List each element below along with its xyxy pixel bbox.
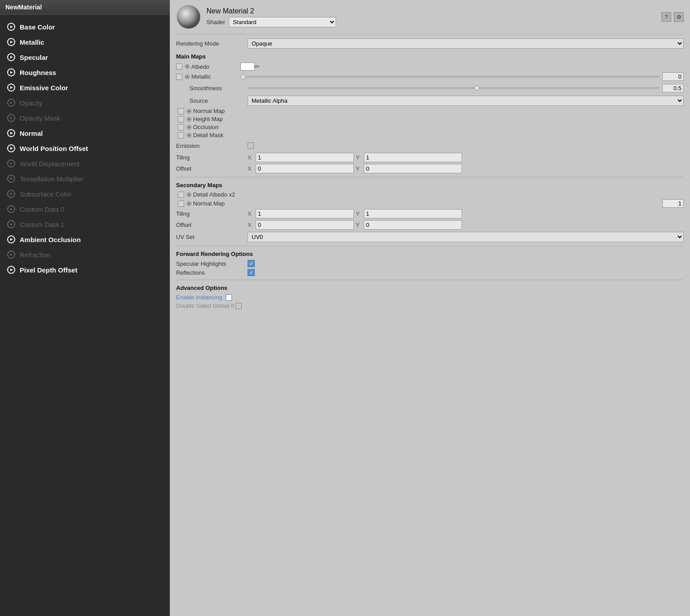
smoothness-label: Smoothness xyxy=(176,85,248,92)
tiling-xy-fields: X Y xyxy=(248,153,684,162)
sidebar-item-refraction: Refraction xyxy=(0,247,170,262)
detail-albedo-icon xyxy=(187,193,191,197)
detail-albedo-row: Detail Albedo x2 xyxy=(176,191,684,198)
help-icon-button[interactable]: ? xyxy=(661,12,671,22)
node-circle-opacity-mask xyxy=(7,114,15,122)
sec-offset-label: Offset xyxy=(176,222,248,228)
emission-checkbox[interactable] xyxy=(248,142,254,149)
offset-label: Offset xyxy=(176,165,248,172)
tiling-x-input[interactable] xyxy=(256,153,354,162)
occlusion-checkbox[interactable] xyxy=(178,124,184,130)
specular-highlights-checkbox[interactable]: ✓ xyxy=(248,260,255,267)
sidebar-item-world-position-offset[interactable]: World Position Offset xyxy=(0,141,170,156)
sidebar-item-emissive-color[interactable]: Emissive Color xyxy=(0,80,170,95)
sidebar-item-base-color[interactable]: Base Color xyxy=(0,19,170,34)
left-panel: NewMaterial Base ColorMetallicSpecularRo… xyxy=(0,0,170,616)
detail-albedo-checkbox[interactable] xyxy=(178,192,184,198)
metallic-slider-container xyxy=(240,72,684,81)
source-control: Metallic Alpha xyxy=(248,96,684,106)
node-circle-subsurface-color xyxy=(7,190,15,198)
metallic-checkbox[interactable] xyxy=(176,74,182,80)
sidebar-item-pixel-depth-offset[interactable]: Pixel Depth Offset xyxy=(0,262,170,277)
sidebar-item-label-subsurface-color: Subsurface Color xyxy=(20,190,72,198)
sidebar-item-label-world-position-offset: World Position Offset xyxy=(20,145,88,152)
sidebar-item-ambient-occlusion[interactable]: Ambient Occlusion xyxy=(0,232,170,247)
sec-normal-map-icon xyxy=(187,201,191,206)
sidebar-item-tessellation-multiplier: Tessellation Multiplier xyxy=(0,171,170,186)
normal-map-checkbox[interactable] xyxy=(178,108,184,114)
sec-offset-y-input[interactable] xyxy=(364,220,462,230)
sidebar-item-specular[interactable]: Specular xyxy=(0,50,170,65)
height-map-icon xyxy=(187,117,191,122)
rendering-mode-select[interactable]: Opaque xyxy=(248,38,684,49)
normal-map-icon xyxy=(187,109,191,113)
sec-normal-map-row: Normal Map xyxy=(176,199,684,208)
sec-offset-x-input[interactable] xyxy=(256,220,354,230)
occlusion-map-icon xyxy=(187,125,191,130)
tiling-y-input[interactable] xyxy=(364,153,462,162)
material-sphere-preview xyxy=(176,4,201,29)
shader-select[interactable]: Standard xyxy=(229,17,336,27)
node-circle-roughness xyxy=(7,68,15,76)
right-panel: New Material 2 Shader Standard ? ⚙ Rende… xyxy=(170,0,690,616)
metallic-row: Metallic xyxy=(176,72,684,81)
sidebar-item-label-tessellation-multiplier: Tessellation Multiplier xyxy=(20,175,84,183)
offset-y-label: Y xyxy=(356,165,362,172)
sidebar-item-label-custom-data-0: Custom Data 0 xyxy=(20,205,64,213)
normal-map-label: Normal Map xyxy=(193,108,225,114)
sidebar-item-metallic[interactable]: Metallic xyxy=(0,34,170,50)
sidebar-item-label-specular: Specular xyxy=(20,54,48,61)
smoothness-value-input[interactable] xyxy=(662,84,684,92)
sidebar-item-label-world-displacement: World Displacement xyxy=(20,160,80,168)
double-sided-checkbox[interactable] xyxy=(236,303,242,309)
uv-set-select[interactable]: UV0 xyxy=(248,232,684,242)
sidebar-item-label-refraction: Refraction xyxy=(20,251,50,259)
albedo-color-swatch[interactable] xyxy=(240,63,255,71)
sec-tiling-y-input[interactable] xyxy=(364,209,462,218)
panel-header: NewMaterial xyxy=(0,0,170,15)
metallic-slider-thumb[interactable] xyxy=(240,74,246,80)
double-sided-label: Double Sided Global Il xyxy=(176,302,234,309)
eyedropper-icon[interactable]: ✏ xyxy=(255,63,260,70)
divider2 xyxy=(176,177,684,177)
sec-tiling-x-input[interactable] xyxy=(256,209,354,218)
enable-instancing-label[interactable]: Enable Instancing xyxy=(176,294,222,301)
sidebar-item-subsurface-color: Subsurface Color xyxy=(0,186,170,201)
emission-row: Emission xyxy=(176,140,684,151)
smoothness-slider-track[interactable] xyxy=(248,87,660,89)
sec-offset-row: Offset X Y xyxy=(176,220,684,230)
albedo-checkbox[interactable] xyxy=(176,63,182,70)
source-select[interactable]: Metallic Alpha xyxy=(248,96,684,106)
secondary-maps-title: Secondary Maps xyxy=(176,182,684,189)
node-circle-world-displacement xyxy=(7,159,15,168)
tiling-label: Tiling xyxy=(176,154,248,161)
sec-normal-map-label: Normal Map xyxy=(193,200,225,207)
settings-icon-button[interactable]: ⚙ xyxy=(674,12,684,22)
sec-tiling-row: Tiling X Y xyxy=(176,209,684,218)
detail-mask-checkbox[interactable] xyxy=(178,132,184,138)
height-map-checkbox[interactable] xyxy=(178,116,184,122)
sec-tiling-xy-fields: X Y xyxy=(248,209,684,218)
sec-normal-map-checkbox[interactable] xyxy=(178,201,184,207)
enable-instancing-checkbox[interactable] xyxy=(226,294,232,301)
node-circle-normal xyxy=(7,129,15,137)
metallic-map-icon xyxy=(185,75,189,79)
sidebar-item-roughness[interactable]: Roughness xyxy=(0,65,170,80)
tiling-y-label: Y xyxy=(356,154,362,161)
reflections-checkbox[interactable]: ✓ xyxy=(248,269,255,276)
sec-tiling-x-label: X xyxy=(248,210,254,217)
smoothness-slider-thumb[interactable] xyxy=(474,85,480,91)
sidebar-item-label-normal: Normal xyxy=(20,130,43,137)
metallic-value-input[interactable] xyxy=(662,72,684,81)
offset-x-input[interactable] xyxy=(256,164,354,173)
occlusion-label: Occlusion xyxy=(193,124,219,130)
double-sided-row: Double Sided Global Il xyxy=(176,302,684,309)
material-header: New Material 2 Shader Standard ? ⚙ xyxy=(176,4,684,29)
metallic-slider-track[interactable] xyxy=(240,76,660,78)
sec-normal-map-value-input[interactable] xyxy=(662,199,684,208)
sidebar-item-normal[interactable]: Normal xyxy=(0,126,170,141)
offset-y-input[interactable] xyxy=(364,164,462,173)
divider4 xyxy=(176,280,684,280)
offset-xy-fields: X Y xyxy=(248,164,684,173)
reflections-row: Reflections ✓ xyxy=(176,269,684,276)
